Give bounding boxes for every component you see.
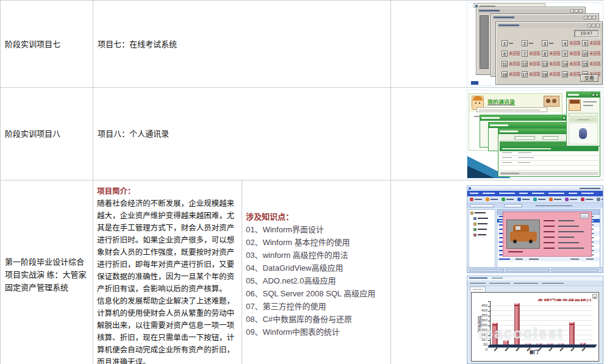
cell-text xyxy=(516,259,523,260)
question-button: 13 xyxy=(542,61,548,67)
knowledge-point: 05、ADO.net2.0高级应用 xyxy=(246,274,387,287)
x-tick-label xyxy=(559,347,563,351)
screenshot-cell-contacts: 我的通讯录 xyxy=(391,88,604,180)
toolbar-button xyxy=(517,198,530,201)
active-tab xyxy=(470,287,486,291)
menu-item xyxy=(499,193,515,194)
menu-item xyxy=(548,193,564,194)
unanswered-label: 未回答 xyxy=(569,68,581,80)
toolbar-label xyxy=(554,199,561,200)
question-button: 12 xyxy=(522,61,528,67)
stage-label-7: 阶段实训项目七 xyxy=(1,1,93,88)
knowledge-point: 02、Winform 基本控件的使用 xyxy=(246,236,387,249)
toolbar-icon xyxy=(502,198,505,201)
avatar xyxy=(569,99,581,111)
intro-paragraph-2: 信息化的发展帮助企业解决了上述难题，计算机的使用使财会人员从繁重的劳动中解脱出来… xyxy=(97,295,238,364)
exam-timer: 19:47 xyxy=(574,30,599,37)
field-label xyxy=(544,231,555,232)
window-titlebar xyxy=(478,9,584,13)
screenshot-cell-final: 各部门资产领用统计 领用资产 0501001502002503003504004… xyxy=(391,180,604,364)
question-cell: 3 xyxy=(542,40,562,46)
field-label xyxy=(544,242,555,243)
floor-3d xyxy=(487,344,597,348)
question-cell: 5未回答 xyxy=(582,40,602,46)
unanswered-label: 未回答 xyxy=(509,68,520,80)
panel-body xyxy=(569,123,598,145)
tree-node-label xyxy=(475,212,486,213)
field-row xyxy=(544,230,589,233)
menu-item xyxy=(470,193,478,194)
table-row: 阶段实训项目八 项目八：个人通讯录 我的通讯录 xyxy=(1,88,604,180)
toolbar-icon xyxy=(549,198,553,201)
tree-node-icon xyxy=(473,234,476,237)
asset-id-link xyxy=(499,259,510,260)
question-cell: 18未回答 xyxy=(542,71,562,77)
tab-strip xyxy=(467,280,603,286)
asset-fields xyxy=(544,219,589,254)
status-bar xyxy=(467,267,603,273)
toolbar-button xyxy=(470,198,482,201)
knowledge-cell: 涉及知识点： 01、Winform界面设计02、Winform 基本控件的使用0… xyxy=(242,180,391,364)
toolbar-label xyxy=(602,199,603,200)
submit-exam-button: 交卷 xyxy=(580,74,599,82)
knowledge-heading: 涉及知识点： xyxy=(246,210,387,223)
exam-system-screenshot: 19:47 1234未回答5未回答6未回答7未回答8未回答9未回答10未回答11… xyxy=(467,2,603,86)
intro-heading: 项目简介： xyxy=(97,185,238,198)
toolbar-label xyxy=(570,199,577,200)
toolbar-label xyxy=(586,199,593,200)
mouse-icon xyxy=(579,128,587,139)
toolbar-icon xyxy=(581,198,584,201)
question-button: 9 xyxy=(562,51,568,57)
question-button: 3 xyxy=(542,40,548,46)
project-intro-cell: 项目简介： 随着社会经济的不断发展，企业规模越来越大，企业资产维护变得越来越困难… xyxy=(93,180,242,364)
window-titlebar xyxy=(567,92,600,98)
cell-text xyxy=(570,259,579,260)
question-cell: 17未回答 xyxy=(522,71,542,77)
question-button: 17 xyxy=(522,71,528,77)
tree-node xyxy=(473,228,487,231)
question-button: 6 xyxy=(502,51,508,57)
field-value xyxy=(558,231,584,232)
toolbar-icon xyxy=(565,198,569,201)
tree-node-label xyxy=(478,223,487,224)
window-titlebar xyxy=(467,186,603,191)
question-cell: 8未回答 xyxy=(542,51,562,57)
y-tick-mark xyxy=(488,316,490,316)
tree-node xyxy=(473,223,487,226)
x-tick-label xyxy=(548,347,552,351)
y-tick-mark xyxy=(488,301,490,302)
group-bar xyxy=(569,118,598,122)
grid-row xyxy=(497,257,600,262)
tree-node-icon xyxy=(473,228,476,231)
field-value xyxy=(558,237,574,238)
answered-mark xyxy=(549,43,553,44)
exam-front-window: 19:47 1234未回答5未回答6未回答7未回答8未回答9未回答10未回答11… xyxy=(495,21,603,85)
x-tick-label xyxy=(570,347,574,351)
question-button: 1 xyxy=(502,40,508,46)
cell-text xyxy=(529,259,539,260)
question-button: 8 xyxy=(542,51,548,57)
toolbar-label xyxy=(538,199,545,200)
curriculum-table: 阶段实训项目七 项目七：在线考试系统 xyxy=(0,0,604,364)
tree-node-label xyxy=(478,229,487,230)
toolbar-label xyxy=(491,199,498,200)
toolbar-button xyxy=(533,198,545,201)
knowledge-point: 07、第三方控件的使用 xyxy=(246,300,387,313)
toolbar-icon xyxy=(470,198,473,201)
toolbar-icon xyxy=(517,198,521,201)
table-row: 阶段实训项目七 项目七：在线考试系统 xyxy=(1,1,604,88)
tree-node xyxy=(470,212,486,215)
x-tick-label xyxy=(505,347,508,351)
window-titlebar xyxy=(492,15,597,20)
question-cell: 12未回答 xyxy=(522,61,542,67)
x-tick-label xyxy=(516,347,519,351)
y-tick-mark xyxy=(488,345,490,346)
tree-node-label xyxy=(478,218,488,219)
tree-panel xyxy=(469,209,495,268)
field-label xyxy=(544,226,555,227)
question-cell: 7未回答 xyxy=(522,51,542,57)
question-button-grid: 1234未回答5未回答6未回答7未回答8未回答9未回答10未回答11未回答12未… xyxy=(502,40,600,77)
question-button: 16 xyxy=(502,71,508,77)
window-titlebar xyxy=(480,115,570,121)
knowledge-point: 03、winform 高级控件的用法 xyxy=(246,249,387,262)
